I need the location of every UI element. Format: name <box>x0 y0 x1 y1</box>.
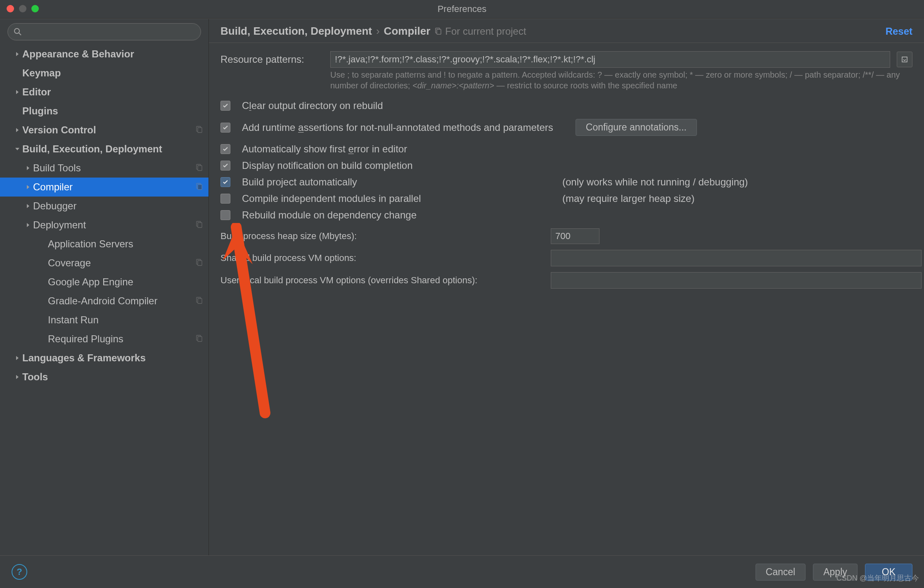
sidebar-item-label: Deployment <box>33 219 86 231</box>
sidebar-item-gradle-android-compiler[interactable]: Gradle-Android Compiler <box>0 292 208 311</box>
scope-indicator: For current project <box>434 26 526 37</box>
watermark: CSDN @当年明月思古今 <box>836 573 919 583</box>
sidebar-item-label: Debugger <box>33 200 76 212</box>
chevron-right-icon <box>12 52 22 57</box>
sidebar-item-label: Keymap <box>22 67 61 79</box>
sidebar-item-tools[interactable]: Tools <box>0 368 208 386</box>
chevron-down-icon <box>12 147 22 152</box>
dialog-footer: ? Cancel Apply OK <box>0 555 924 588</box>
sidebar-item-appearance-behavior[interactable]: Appearance & Behavior <box>0 45 208 64</box>
breadcrumb-leaf: Compiler <box>384 25 431 38</box>
sidebar-item-label: Required Plugins <box>48 333 123 345</box>
user-vm-input[interactable] <box>551 272 922 289</box>
preferences-window: Preferences Appearance & BehaviorKeymapE… <box>0 0 924 588</box>
sidebar-item-label: Application Servers <box>48 238 133 250</box>
search-input[interactable] <box>7 23 201 40</box>
panel-header: Build, Execution, Deployment › Compiler … <box>209 19 924 43</box>
svg-rect-13 <box>198 299 202 303</box>
notify-checkbox[interactable] <box>220 161 230 171</box>
shared-vm-label: Shared build process VM options: <box>220 253 551 263</box>
sidebar-item-label: Build Tools <box>33 162 81 174</box>
sidebar-item-label: Gradle-Android Compiler <box>48 295 157 307</box>
minimize-icon[interactable] <box>19 5 26 12</box>
sidebar-item-label: Instant Run <box>48 314 99 326</box>
breadcrumb: Build, Execution, Deployment › Compiler … <box>220 25 881 38</box>
svg-rect-7 <box>198 185 202 190</box>
svg-line-1 <box>19 33 21 35</box>
build-auto-note: (only works while not running / debuggin… <box>562 176 748 188</box>
copy-icon <box>434 28 442 35</box>
sidebar-item-application-servers[interactable]: Application Servers <box>0 235 208 254</box>
notify-label: Display notification on build completion <box>242 160 413 171</box>
sidebar-item-label: Tools <box>22 371 48 383</box>
clear-output-checkbox[interactable] <box>220 101 230 111</box>
expand-icon <box>901 56 908 63</box>
assertions-checkbox[interactable] <box>220 123 230 133</box>
svg-rect-11 <box>198 261 202 266</box>
chevron-right-icon <box>23 185 33 190</box>
sidebar-item-instant-run[interactable]: Instant Run <box>0 311 208 330</box>
sidebar-item-label: Editor <box>22 86 51 98</box>
titlebar: Preferences <box>0 0 924 19</box>
chevron-right-icon <box>23 204 33 209</box>
copy-icon <box>195 333 203 345</box>
sidebar-item-debugger[interactable]: Debugger <box>0 197 208 216</box>
sidebar-item-plugins[interactable]: Plugins <box>0 102 208 121</box>
cancel-button[interactable]: Cancel <box>756 564 806 581</box>
copy-icon <box>195 219 203 231</box>
sidebar-item-compiler[interactable]: Compiler <box>0 178 208 197</box>
sidebar-item-label: Appearance & Behavior <box>22 48 134 60</box>
window-title: Preferences <box>0 4 924 14</box>
build-auto-checkbox[interactable] <box>220 177 230 187</box>
resource-patterns-input[interactable] <box>330 51 890 68</box>
maximize-icon[interactable] <box>31 5 39 12</box>
chevron-right-icon <box>12 90 22 95</box>
close-icon[interactable] <box>7 5 14 12</box>
heap-size-input[interactable] <box>551 228 599 244</box>
sidebar-item-keymap[interactable]: Keymap <box>0 64 208 83</box>
build-auto-label: Build project automatically <box>242 176 556 188</box>
show-error-label: Automatically show first error in editor <box>242 143 407 155</box>
sidebar-item-label: Languages & Frameworks <box>22 352 146 364</box>
rebuild-dep-label: Rebuild module on dependency change <box>242 209 417 221</box>
svg-rect-9 <box>198 223 202 228</box>
main-panel: Build, Execution, Deployment › Compiler … <box>209 19 924 555</box>
configure-annotations-button[interactable]: Configure annotations... <box>576 119 697 136</box>
sidebar-item-version-control[interactable]: Version Control <box>0 121 208 140</box>
breadcrumb-root[interactable]: Build, Execution, Deployment <box>220 25 372 38</box>
rebuild-dep-checkbox[interactable] <box>220 210 230 220</box>
parallel-checkbox[interactable] <box>220 194 230 204</box>
sidebar-item-required-plugins[interactable]: Required Plugins <box>0 330 208 349</box>
copy-icon <box>195 124 203 136</box>
show-error-checkbox[interactable] <box>220 144 230 154</box>
svg-rect-5 <box>198 166 202 171</box>
sidebar: Appearance & BehaviorKeymapEditorPlugins… <box>0 19 209 555</box>
sidebar-item-label: Build, Execution, Deployment <box>22 143 162 155</box>
expand-button[interactable] <box>897 52 912 67</box>
panel-content: Resource patterns: Use ; to separate pat… <box>209 43 924 555</box>
resource-patterns-label: Resource patterns: <box>220 54 324 65</box>
reset-link[interactable]: Reset <box>886 26 912 37</box>
sidebar-item-deployment[interactable]: Deployment <box>0 216 208 235</box>
resource-patterns-hint: Use ; to separate patterns and ! to nega… <box>330 69 912 91</box>
svg-rect-18 <box>902 57 907 62</box>
sidebar-item-editor[interactable]: Editor <box>0 83 208 102</box>
sidebar-item-coverage[interactable]: Coverage <box>0 254 208 273</box>
sidebar-item-google-app-engine[interactable]: Google App Engine <box>0 273 208 292</box>
sidebar-item-label: Google App Engine <box>48 276 133 288</box>
window-controls <box>7 5 39 12</box>
sidebar-item-build-tools[interactable]: Build Tools <box>0 159 208 178</box>
chevron-right-icon <box>12 128 22 133</box>
chevron-right-icon <box>23 166 33 171</box>
chevron-right-icon <box>12 356 22 360</box>
parallel-note: (may require larger heap size) <box>562 193 694 204</box>
sidebar-item-languages-frameworks[interactable]: Languages & Frameworks <box>0 349 208 368</box>
assertions-label: Add runtime assertions for not-null-anno… <box>242 122 553 133</box>
shared-vm-input[interactable] <box>551 250 922 266</box>
sidebar-item-build-execution-deployment[interactable]: Build, Execution, Deployment <box>0 140 208 159</box>
parallel-label: Compile independent modules in parallel <box>242 193 556 204</box>
sidebar-item-label: Version Control <box>22 124 96 136</box>
help-button[interactable]: ? <box>12 564 27 580</box>
sidebar-item-label: Compiler <box>33 181 73 193</box>
svg-rect-17 <box>437 29 441 34</box>
